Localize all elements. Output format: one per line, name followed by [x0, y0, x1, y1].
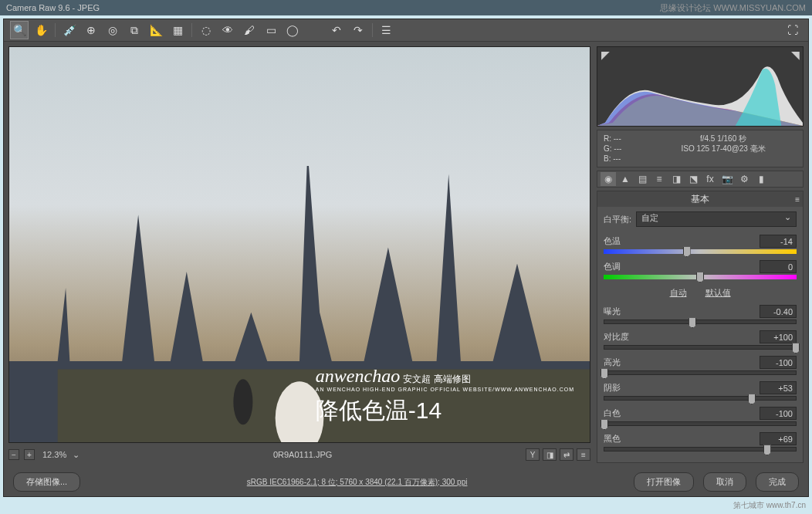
workflow-link[interactable]: sRGB IEC61966-2.1; 8 位; 5760 x 3840 (22.… — [90, 477, 624, 488]
crop-tool-icon[interactable]: ⧉ — [125, 21, 144, 39]
main-window: 🔍 ✋ 💉 ⊕ ◎ ⧉ 📐 ▦ ◌ 👁 🖌 ▭ ◯ ↶ ↷ ☰ ⛶ — [3, 19, 809, 497]
preview-image[interactable]: anwenchao安文超 高端修图 AN WENCHAO HIGH-END GR… — [8, 46, 590, 443]
tab-basic-icon[interactable]: ◉ — [601, 172, 616, 186]
adjustment-brush-icon[interactable]: 🖌 — [240, 21, 259, 39]
rotate-cw-icon[interactable]: ↷ — [349, 21, 367, 39]
hand-tool-icon[interactable]: ✋ — [32, 21, 50, 39]
tab-hsl-icon[interactable]: ≡ — [651, 172, 667, 186]
overlay-main: 降低色温-14 — [316, 395, 574, 427]
zoom-tool-icon[interactable]: 🔍 — [10, 21, 29, 39]
default-link[interactable]: 默认值 — [705, 287, 731, 299]
overlay-cn: 安文超 高端修图 — [403, 374, 470, 384]
tab-presets-icon[interactable]: ⚙ — [736, 172, 752, 186]
svg-point-3 — [233, 379, 252, 424]
slider-value-4[interactable] — [760, 407, 797, 420]
radial-filter-icon[interactable]: ◯ — [283, 21, 302, 39]
bottom-bar: 存储图像... sRGB IEC61966-2.1; 8 位; 5760 x 3… — [4, 468, 808, 496]
zoom-percent[interactable]: 12.3% — [42, 450, 66, 459]
panel-title: 基本 — [691, 193, 709, 206]
spot-removal-icon[interactable]: ◌ — [197, 21, 215, 39]
info-r: R: --- — [604, 134, 650, 144]
slider-4[interactable] — [604, 421, 797, 426]
rotate-ccw-icon[interactable]: ↶ — [327, 21, 346, 39]
slider-1[interactable] — [604, 345, 797, 350]
zoom-out-button[interactable]: − — [8, 449, 19, 460]
titlebar-right: 思缘设计论坛 WWW.MISSYUAN.COM — [660, 2, 806, 14]
shadow-clip-icon[interactable]: ◤ — [599, 49, 611, 61]
wb-label: 白平衡: — [604, 214, 631, 225]
cancel-button[interactable]: 取消 — [703, 472, 746, 492]
slider-5[interactable] — [604, 447, 797, 451]
slider-value-5[interactable] — [760, 432, 797, 445]
tab-camera-icon[interactable]: 📷 — [719, 172, 735, 186]
panel-header: 基本 ≡ — [597, 191, 803, 207]
tab-curve-icon[interactable]: ▲ — [617, 172, 633, 186]
toolbar: 🔍 ✋ 💉 ⊕ ◎ ⧉ 📐 ▦ ◌ 👁 🖌 ▭ ◯ ↶ ↷ ☰ ⛶ — [4, 19, 808, 42]
tab-detail-icon[interactable]: ▤ — [634, 172, 650, 186]
right-panel: ◤ ◥ R: --- G: --- B: --- f/4.5 1/ — [597, 46, 804, 463]
tint-value[interactable] — [760, 260, 797, 273]
tab-fx-icon[interactable]: fx — [702, 172, 718, 186]
done-button[interactable]: 完成 — [756, 472, 799, 492]
tint-label: 色调 — [604, 261, 760, 272]
tab-lens-icon[interactable]: ⬔ — [685, 172, 701, 186]
slider-label-2: 高光 — [604, 357, 760, 368]
preview-area: anwenchao安文超 高端修图 AN WENCHAO HIGH-END GR… — [8, 46, 590, 463]
app-name: Camera Raw 9.6 — [6, 3, 70, 12]
histogram[interactable]: ◤ ◥ — [597, 46, 804, 127]
info-aperture: f/4.5 1/160 秒 — [650, 134, 797, 144]
temp-value[interactable] — [760, 235, 797, 248]
tint-slider[interactable] — [604, 275, 797, 279]
slider-value-3[interactable] — [760, 381, 797, 394]
info-g: G: --- — [604, 144, 650, 154]
preview-footer: − + 12.3% ⌄ 0R9A0111.JPG Y ◨ ⇄ ≡ — [8, 446, 590, 463]
overlay-text: anwenchao安文超 高端修图 AN WENCHAO HIGH-END GR… — [316, 366, 574, 427]
auto-link[interactable]: 自动 — [670, 287, 687, 299]
slider-value-0[interactable] — [760, 305, 797, 318]
swap-icon[interactable]: ⇄ — [560, 448, 573, 461]
watermark: 第七城市 www.th7.cn — [733, 500, 806, 511]
straighten-tool-icon[interactable]: 📐 — [147, 21, 165, 39]
overlay-brand: anwenchao — [316, 366, 400, 386]
white-balance-tool-icon[interactable]: 💉 — [60, 21, 79, 39]
slider-label-5: 黑色 — [604, 433, 760, 445]
slider-value-2[interactable] — [760, 356, 797, 369]
format: JPEG — [77, 3, 100, 12]
titlebar: Camera Raw 9.6 - JPEG 思缘设计论坛 WWW.MISSYUA… — [0, 0, 812, 15]
panel-body: 基本 ≡ 白平衡: 自定 色温 — [597, 191, 804, 463]
slider-label-0: 曝光 — [604, 306, 760, 317]
redeye-tool-icon[interactable]: 👁 — [218, 21, 237, 39]
info-b: B: --- — [604, 154, 650, 164]
slider-0[interactable] — [604, 320, 797, 324]
compare-y-icon[interactable]: Y — [526, 448, 540, 461]
content-area: anwenchao安文超 高端修图 AN WENCHAO HIGH-END GR… — [4, 42, 808, 468]
transform-tool-icon[interactable]: ▦ — [168, 21, 187, 39]
slider-3[interactable] — [604, 396, 797, 401]
slider-2[interactable] — [604, 370, 797, 375]
info-iso: ISO 125 17-40@23 毫米 — [650, 144, 797, 154]
slider-label-4: 白色 — [604, 407, 760, 419]
fullscreen-icon[interactable]: ⛶ — [783, 21, 802, 39]
temp-slider[interactable] — [604, 249, 797, 254]
slider-value-1[interactable] — [760, 330, 797, 343]
tab-snapshots-icon[interactable]: ▮ — [753, 172, 769, 186]
sliders-icon[interactable]: ≡ — [577, 448, 590, 461]
targeted-adjust-icon[interactable]: ◎ — [103, 21, 122, 39]
slider-label-1: 对比度 — [604, 331, 760, 343]
graduated-filter-icon[interactable]: ▭ — [262, 21, 280, 39]
temp-label: 色温 — [604, 235, 760, 247]
tab-split-icon[interactable]: ◨ — [668, 172, 684, 186]
open-button[interactable]: 打开图像 — [634, 472, 694, 492]
panel-tabs: ◉ ▲ ▤ ≡ ◨ ⬔ fx 📷 ⚙ ▮ — [597, 171, 804, 188]
compare-split-icon[interactable]: ◨ — [543, 448, 557, 461]
zoom-in-button[interactable]: + — [24, 449, 35, 460]
overlay-sub: AN WENCHAO HIGH-END GRAPHIC OFFICIAL WEB… — [316, 387, 574, 392]
wb-select[interactable]: 自定 — [636, 211, 797, 227]
panel-menu-icon[interactable]: ≡ — [795, 195, 800, 204]
save-button[interactable]: 存储图像... — [13, 472, 80, 492]
slider-label-3: 阴影 — [604, 382, 760, 394]
filename: 0R9A0111.JPG — [84, 450, 521, 459]
highlight-clip-icon[interactable]: ◥ — [789, 49, 801, 61]
color-sampler-icon[interactable]: ⊕ — [82, 21, 100, 39]
preferences-icon[interactable]: ☰ — [377, 21, 396, 39]
